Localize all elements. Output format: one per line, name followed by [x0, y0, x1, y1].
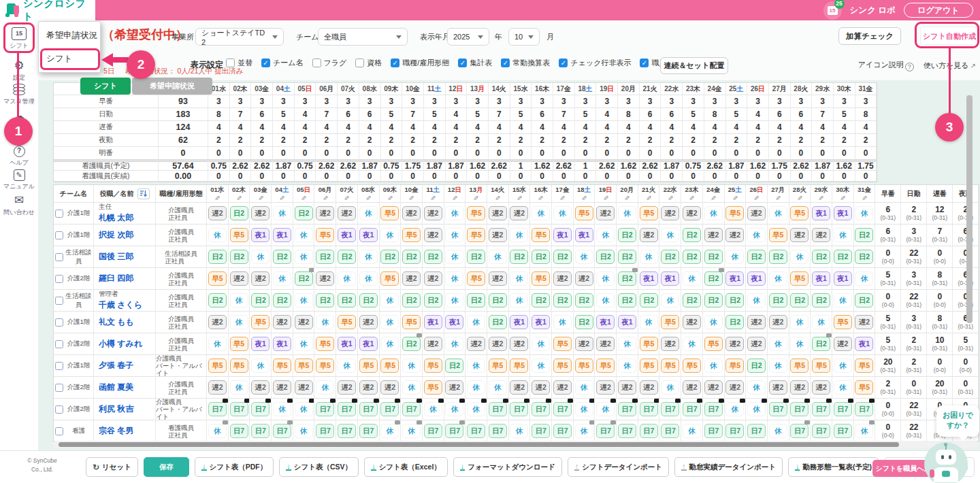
shift-chip[interactable]: 日7 [230, 424, 248, 438]
shift-chip[interactable]: 早5 [855, 359, 873, 373]
edit-day-icon[interactable]: ✎ [732, 195, 738, 202]
edit-day-icon[interactable]: ✎ [365, 195, 371, 202]
shift-chip[interactable]: 日7 [402, 402, 421, 416]
shift-chip[interactable]: 遅2 [273, 380, 291, 395]
shift-chip[interactable]: 休 [725, 250, 744, 264]
edit-day-icon[interactable]: ✎ [624, 195, 630, 202]
shift-chip[interactable]: 日2 [467, 293, 485, 307]
shift-chip[interactable]: 早5 [790, 206, 808, 220]
shift-chip[interactable]: 遅2 [661, 206, 679, 220]
staff-name-link[interactable]: 夕張 春子 [99, 360, 133, 371]
shift-chip[interactable]: 早5 [855, 380, 873, 395]
edit-day-icon[interactable]: ✎ [818, 195, 823, 202]
edit-day-icon[interactable]: ✎ [258, 195, 263, 202]
shift-chip[interactable]: 遅2 [575, 271, 593, 286]
shift-chip[interactable]: 日7 [316, 424, 334, 438]
shift-chip[interactable]: 休 [208, 228, 227, 242]
shift-chip[interactable]: 休 [640, 315, 658, 329]
shift-chip[interactable]: 休 [596, 293, 615, 307]
shift-chip[interactable]: 夜1 [834, 206, 852, 220]
shift-chip[interactable]: 日7 [489, 402, 507, 416]
shift-chip[interactable]: 夜1 [725, 271, 744, 286]
shift-chip[interactable]: 早5 [230, 359, 248, 373]
shift-chip[interactable]: 休 [445, 271, 463, 286]
shift-chip[interactable]: 早5 [295, 359, 313, 373]
shift-chip[interactable]: 日7 [790, 402, 808, 416]
shift-chip[interactable]: 日2 [467, 250, 485, 264]
row-checkbox[interactable] [55, 297, 63, 305]
shift-chip[interactable]: 休 [532, 359, 550, 373]
shift-chip[interactable]: 早5 [683, 359, 701, 373]
shift-chip[interactable]: 遅2 [812, 380, 830, 395]
shift-chip[interactable]: 日7 [683, 402, 701, 416]
shift-chip[interactable]: 休 [769, 337, 787, 351]
shift-chip[interactable]: 休 [380, 337, 399, 351]
shift-chip[interactable]: 早5 [424, 380, 442, 395]
shift-chip[interactable]: 早5 [661, 315, 679, 329]
shift-chip[interactable]: 休 [855, 206, 873, 220]
shift-chip[interactable]: 休 [661, 380, 679, 395]
logout-button[interactable]: ログアウト [904, 3, 973, 18]
shift-chip[interactable]: 日7 [855, 402, 873, 416]
shift-chip[interactable]: 日2 [747, 359, 766, 373]
shift-chip[interactable]: 休 [704, 206, 723, 220]
edit-day-icon[interactable]: ✎ [603, 195, 608, 202]
shift-chip[interactable]: 夜1 [661, 271, 679, 286]
shift-chip[interactable]: 日7 [359, 402, 378, 416]
shift-chip[interactable]: 日7 [445, 424, 463, 438]
shift-chip[interactable]: 遅2 [510, 337, 528, 351]
shift-chip[interactable]: 休 [855, 424, 873, 438]
shift-chip[interactable]: 休 [834, 359, 852, 373]
shift-chip[interactable]: 休 [683, 271, 701, 286]
shift-chip[interactable]: 休 [230, 380, 248, 395]
shift-chip[interactable]: 日2 [424, 250, 442, 264]
shift-chip[interactable]: 休 [208, 424, 227, 438]
shift-chip[interactable]: 休 [725, 402, 744, 416]
shift-chip[interactable]: 夜1 [445, 315, 463, 329]
display-checkbox-チェック行非表示[interactable]: ✓チェック行非表示 [559, 58, 631, 68]
shift-chip[interactable]: 遅2 [683, 206, 701, 220]
shift-chip[interactable]: 日2 [230, 250, 248, 264]
tab-request-status[interactable]: 希望申請状況 [132, 78, 212, 95]
shift-chip[interactable]: 休 [208, 337, 227, 351]
shift-chip[interactable]: 日7 [510, 402, 528, 416]
assistant-robot-avatar[interactable] [924, 442, 968, 483]
shift-chip[interactable]: 夜1 [834, 271, 852, 286]
shift-chip[interactable]: 早5 [251, 315, 270, 329]
shift-chip[interactable]: 夜1 [532, 315, 550, 329]
shift-chip[interactable]: 休 [273, 402, 291, 416]
shift-chip[interactable]: 休 [489, 380, 507, 395]
shift-chip[interactable]: 遅2 [316, 271, 334, 286]
shift-chip[interactable]: 休 [402, 424, 421, 438]
shift-chip[interactable]: 日2 [402, 250, 421, 264]
shift-chip[interactable]: 遅2 [359, 380, 378, 395]
shift-chip[interactable]: 日2 [855, 250, 873, 264]
shift-chip[interactable]: 遅2 [725, 228, 744, 242]
shift-chip[interactable]: 遅2 [316, 206, 334, 220]
shift-chip[interactable]: 早5 [424, 359, 442, 373]
shift-chip[interactable]: 日7 [640, 402, 658, 416]
staff-name-link[interactable]: 利尻 秋吉 [99, 403, 133, 415]
shift-chip[interactable]: 日2 [251, 293, 270, 307]
shift-chip[interactable]: 遅2 [295, 315, 313, 329]
shift-chip[interactable]: 遅2 [510, 206, 528, 220]
shift-chip[interactable]: 日2 [704, 250, 723, 264]
shift-chip[interactable]: 早5 [790, 359, 808, 373]
shift-chip[interactable]: 日2 [683, 250, 701, 264]
shift-chip[interactable]: 早5 [402, 315, 421, 329]
shift-chip[interactable]: 早5 [380, 206, 399, 220]
shift-chip[interactable]: 遅2 [489, 228, 507, 242]
footer-button-シフト表（CSV）[interactable]: ↓シフト表（CSV） [279, 457, 359, 477]
footer-button-保存[interactable]: 保存 [144, 457, 189, 477]
shift-chip[interactable]: 遅2 [402, 271, 421, 286]
edit-day-icon[interactable]: ✎ [668, 195, 673, 202]
shift-chip[interactable]: 早5 [208, 359, 227, 373]
shift-chip[interactable]: 休 [596, 228, 615, 242]
addon-check-button[interactable]: 加算チェック [838, 27, 901, 45]
shift-chip[interactable]: 休 [510, 293, 528, 307]
shift-chip[interactable]: 日7 [704, 424, 723, 438]
shift-chip[interactable]: 日2 [489, 315, 507, 329]
shift-chip[interactable]: 遅2 [747, 315, 766, 329]
shift-chip[interactable]: 日2 [424, 293, 442, 307]
shift-chip[interactable]: 夜1 [812, 271, 830, 286]
